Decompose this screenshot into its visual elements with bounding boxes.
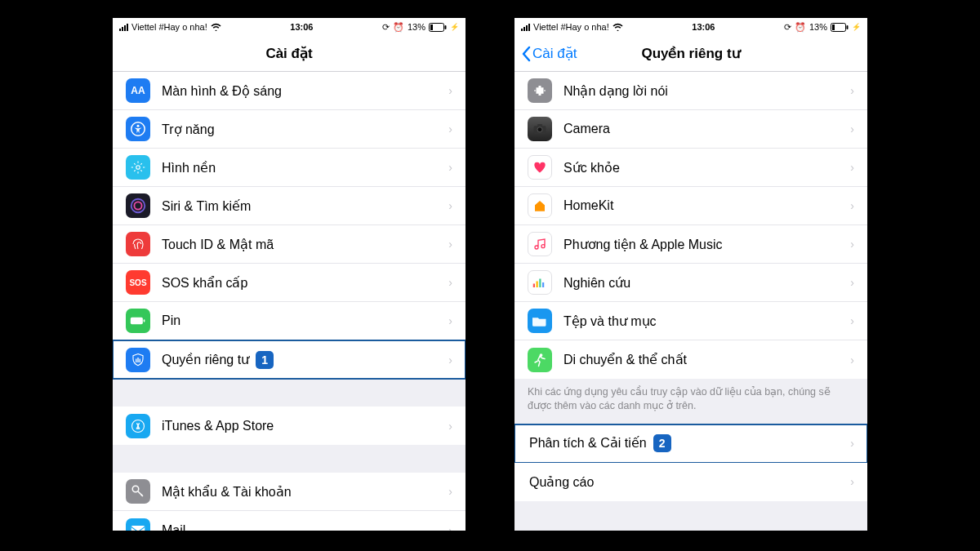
row-camera[interactable]: Camera › [514,110,867,149]
row-label: Camera [564,122,850,136]
charge-icon: ⚡ [852,23,861,31]
speech-icon [528,78,552,103]
row-itunes-appstore[interactable]: iTunes & App Store › [113,407,466,445]
svg-rect-18 [537,124,542,127]
row-mail[interactable]: Mail › [113,511,466,531]
camera-icon [528,117,552,141]
carrier-label: Viettel #Hay o nha! [533,22,609,32]
row-label: Quảng cáo [529,474,850,490]
row-emergency-sos[interactable]: SOS SOS khẩn cấp › [113,264,466,302]
status-bar: Viettel #Hay o nha! 13:06 ⟳ ⏰ 13% ⚡ [514,18,867,36]
row-privacy[interactable]: Quyền riêng tư1 › [113,340,466,379]
row-motion-fitness[interactable]: Di chuyển & thể chất › [514,340,867,379]
wifi-icon [612,23,623,31]
privacy-icon [126,348,150,372]
svg-rect-9 [144,319,145,322]
alarm-icon: ⏰ [795,22,806,33]
svg-point-4 [137,125,140,127]
row-speech-recognition[interactable]: Nhận dạng lời nói › [514,72,867,110]
svg-point-6 [131,199,145,213]
accessibility-icon [126,117,150,141]
section-gap [113,445,466,473]
row-label: Trợ năng [162,122,448,137]
alarm-icon: ⏰ [393,22,404,33]
charge-icon: ⚡ [450,23,459,31]
svg-rect-15 [846,25,848,29]
row-label: Di chuyển & thể chất [564,352,850,367]
svg-rect-19 [533,284,535,288]
orientation-lock-icon: ⟳ [382,22,390,33]
svg-rect-8 [131,318,143,324]
orientation-lock-icon: ⟳ [784,22,791,33]
row-analytics-improvements[interactable]: Phân tích & Cải tiến2 › [514,424,867,463]
privacy-footer-text: Khi các ứng dụng yêu cầu truy cập vào dữ… [514,379,867,424]
settings-group-2: iTunes & App Store › [113,407,466,445]
chevron-left-icon [521,46,531,62]
appstore-icon [126,414,150,438]
chevron-right-icon: › [850,122,854,136]
wifi-icon [211,23,221,31]
row-research[interactable]: Nghiên cứu › [514,264,867,302]
row-media-music[interactable]: Phương tiện & Apple Music › [514,225,867,264]
chevron-right-icon: › [448,314,452,327]
battery-label: 13% [408,22,425,32]
row-label: Pin [162,313,448,328]
signal-icon [119,23,128,31]
chevron-right-icon: › [448,485,452,498]
wallpaper-icon [126,155,150,180]
privacy-group-1: Nhận dạng lời nói › Camera › Sức khỏe › … [514,72,867,379]
row-label: Phương tiện & Apple Music [564,237,850,252]
row-advertising[interactable]: Quảng cáo › [514,463,867,501]
research-icon [528,270,552,295]
row-accessibility[interactable]: Trợ năng › [113,110,466,149]
row-passwords-accounts[interactable]: Mật khẩu & Tài khoản › [113,473,466,511]
key-icon [126,479,150,504]
chevron-right-icon: › [448,420,452,433]
chevron-right-icon: › [850,161,854,174]
chevron-right-icon: › [448,122,452,136]
row-battery[interactable]: Pin › [113,302,466,340]
row-display-brightness[interactable]: AA Màn hình & Độ sáng › [113,72,466,110]
back-button[interactable]: Cài đặt [521,45,577,62]
step-badge-1: 1 [256,351,274,369]
row-label: Tệp và thư mục [564,313,850,329]
row-label: Nhận dạng lời nói [564,83,850,99]
row-label: Hình nền [162,160,448,176]
chevron-right-icon: › [448,161,452,174]
battery-icon [126,309,150,333]
row-wallpaper[interactable]: Hình nền › [113,149,466,187]
display-brightness-icon: AA [126,78,150,103]
svg-rect-2 [444,25,446,29]
svg-point-7 [134,202,141,209]
back-label: Cài đặt [532,45,577,62]
row-label: Touch ID & Mật mã [162,237,448,252]
chevron-right-icon: › [850,475,854,488]
chevron-right-icon: › [448,238,452,251]
health-icon [528,155,552,180]
row-siri-search[interactable]: Siri & Tìm kiếm › [113,187,466,225]
chevron-right-icon: › [448,524,452,531]
svg-rect-14 [832,24,835,30]
chevron-right-icon: › [850,437,854,450]
row-health[interactable]: Sức khỏe › [514,149,867,187]
row-touchid-passcode[interactable]: Touch ID & Mật mã › [113,225,466,264]
chevron-right-icon: › [448,199,452,212]
chevron-right-icon: › [850,84,854,97]
row-label: Phân tích & Cải tiến2 [529,434,850,452]
motion-icon [528,348,552,372]
battery-icon [831,23,849,32]
svg-rect-22 [542,282,544,287]
row-label: Quyền riêng tư1 [162,351,448,369]
row-label: Mail [162,523,448,531]
siri-icon [126,193,150,218]
chevron-right-icon: › [448,353,452,367]
svg-rect-21 [539,279,541,288]
row-homekit[interactable]: HomeKit › [514,187,867,225]
chevron-right-icon: › [850,353,854,367]
row-files-folders[interactable]: Tệp và thư mục › [514,302,867,340]
step-badge-2: 2 [653,434,671,452]
row-label: Sức khỏe [564,160,850,176]
page-title: Quyền riêng tư [641,45,740,62]
row-label: SOS khẩn cấp [162,275,448,291]
settings-group-3: Mật khẩu & Tài khoản › Mail › [113,473,466,531]
